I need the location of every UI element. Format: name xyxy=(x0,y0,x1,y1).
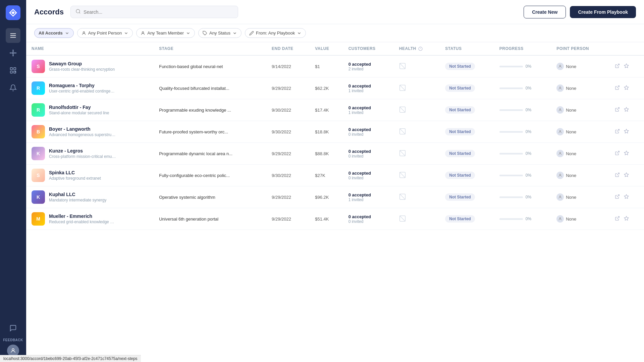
point-person-name: None xyxy=(566,64,576,69)
health-icon xyxy=(399,65,406,70)
customers-accepted: 0 accepted xyxy=(348,62,388,67)
star-button[interactable] xyxy=(623,84,630,92)
table-row[interactable]: R Romaguera - Torphy User-centric grid-e… xyxy=(26,77,644,99)
svg-line-30 xyxy=(617,64,620,66)
create-from-playbook-button[interactable]: Create From Playbook xyxy=(570,6,636,18)
svg-line-45 xyxy=(617,129,620,132)
progress-bar-bg xyxy=(499,87,523,89)
accord-end-date: 9/29/2022 xyxy=(272,195,291,200)
point-person-name: None xyxy=(566,173,576,178)
row-actions xyxy=(614,84,639,92)
accord-end-date: 9/30/2022 xyxy=(272,173,291,178)
accord-subtitle: Advanced homogeneous superstructure xyxy=(49,132,116,137)
sidebar-item-feedback-icon[interactable] xyxy=(6,321,20,336)
star-button[interactable] xyxy=(623,193,630,201)
accord-name: Kunze - Legros xyxy=(49,148,116,154)
accord-value: $51.4K xyxy=(315,217,329,222)
filter-point-person[interactable]: Any Point Person xyxy=(77,28,133,38)
svg-marker-31 xyxy=(625,64,629,68)
accord-subtitle: Adaptive foreground extranet xyxy=(49,176,101,181)
accord-customers: 0 accepted 1 invited xyxy=(348,105,388,115)
star-button[interactable] xyxy=(623,172,630,179)
open-link-button[interactable] xyxy=(614,128,621,135)
sidebar-item-menu[interactable] xyxy=(6,28,20,43)
svg-point-21 xyxy=(83,32,85,33)
search-input[interactable] xyxy=(84,9,233,15)
sidebar-item-network[interactable] xyxy=(6,46,20,60)
col-status: Status xyxy=(440,42,494,55)
open-link-button[interactable] xyxy=(614,106,621,114)
playbook-icon xyxy=(249,31,254,36)
star-button[interactable] xyxy=(623,150,630,157)
feedback-label[interactable]: FEEDBACK xyxy=(3,338,23,342)
star-button[interactable] xyxy=(623,106,630,114)
open-link-button[interactable] xyxy=(614,215,621,223)
open-link-button[interactable] xyxy=(614,172,621,179)
star-button[interactable] xyxy=(623,215,630,223)
accord-avatar: M xyxy=(32,212,45,226)
main-content: Accords Create New Create From Playbook … xyxy=(26,0,644,362)
col-name: Name xyxy=(26,42,154,55)
page-title: Accords xyxy=(34,8,64,16)
accord-value: $1 xyxy=(315,64,320,69)
open-link-button[interactable] xyxy=(614,193,621,201)
svg-marker-56 xyxy=(625,173,629,177)
create-new-button[interactable]: Create New xyxy=(524,6,566,18)
accord-name-cell: Kuphal LLC Mandatory intermediate synerg… xyxy=(49,192,106,202)
filter-status[interactable]: Any Status xyxy=(198,28,241,38)
filter-all-accords[interactable]: All Accords xyxy=(34,28,74,38)
accord-point-person: None xyxy=(556,172,603,179)
table-row[interactable]: K Kunze - Legros Cross-platform mission-… xyxy=(26,143,644,165)
customers-accepted: 0 accepted xyxy=(348,127,388,132)
accord-name: Boyer - Langworth xyxy=(49,126,116,132)
star-button[interactable] xyxy=(623,63,630,70)
accords-table-container: Name Stage End Date Value Customers Heal… xyxy=(26,42,644,362)
search-bar[interactable] xyxy=(70,6,238,18)
progress-bar-bg xyxy=(499,196,523,198)
open-link-button[interactable] xyxy=(614,84,621,92)
progress-bar-bg xyxy=(499,66,523,67)
table-row[interactable]: S Spinka LLC Adaptive foreground extrane… xyxy=(26,165,644,186)
accord-stage: Operative systemic algorithm xyxy=(159,195,215,200)
open-link-button[interactable] xyxy=(614,150,621,157)
accord-end-date: 9/29/2022 xyxy=(272,217,291,222)
table-row[interactable]: R Runolfsdottir - Fay Stand-alone modula… xyxy=(26,99,644,121)
filter-playbook[interactable]: From: Any Playbook xyxy=(245,28,306,38)
accord-point-person: None xyxy=(556,84,603,92)
table-row[interactable]: S Sawayn Group Grass-roots clear-thinkin… xyxy=(26,55,644,77)
customers-accepted: 0 accepted xyxy=(348,171,388,176)
sidebar-item-grid[interactable] xyxy=(6,63,20,78)
accord-point-person: None xyxy=(556,215,603,223)
health-icon xyxy=(399,109,406,114)
star-button[interactable] xyxy=(623,128,630,135)
accord-value: $17.4K xyxy=(315,108,329,113)
accord-stage: Universal 6th generation portal xyxy=(159,217,218,222)
point-person-name: None xyxy=(566,195,576,200)
svg-line-35 xyxy=(617,86,620,88)
customers-accepted: 0 accepted xyxy=(348,105,388,110)
filter-bar: All Accords Any Point Person Any Team Me… xyxy=(26,24,644,42)
svg-point-44 xyxy=(559,130,561,132)
table-row[interactable]: K Kuphal LLC Mandatory intermediate syne… xyxy=(26,186,644,208)
person-avatar-sm xyxy=(556,215,564,223)
progress-bar-bg xyxy=(499,175,523,176)
health-icon xyxy=(399,152,406,158)
row-actions xyxy=(614,172,639,179)
svg-point-39 xyxy=(559,109,561,110)
app-logo[interactable] xyxy=(6,5,20,20)
open-link-button[interactable] xyxy=(614,63,621,70)
accord-end-date: 9/29/2022 xyxy=(272,151,291,156)
accord-name-cell: Spinka LLC Adaptive foreground extranet xyxy=(49,170,101,181)
accord-info: S Spinka LLC Adaptive foreground extrane… xyxy=(32,169,148,182)
table-row[interactable]: M Mueller - Emmerich Reduced grid-enable… xyxy=(26,208,644,230)
sidebar-item-bell[interactable] xyxy=(6,80,20,95)
team-icon xyxy=(141,31,145,36)
customers-accepted: 0 accepted xyxy=(348,149,388,154)
accord-stage: Programmable exuding knowledge ... xyxy=(159,108,231,113)
progress-percent: 0% xyxy=(526,195,531,199)
filter-team-member[interactable]: Any Team Member xyxy=(136,28,195,38)
table-row[interactable]: B Boyer - Langworth Advanced homogeneous… xyxy=(26,121,644,143)
accord-status: Not Started xyxy=(445,128,475,135)
svg-line-53 xyxy=(400,172,406,178)
accord-subtitle: Mandatory intermediate synergy xyxy=(49,198,106,202)
